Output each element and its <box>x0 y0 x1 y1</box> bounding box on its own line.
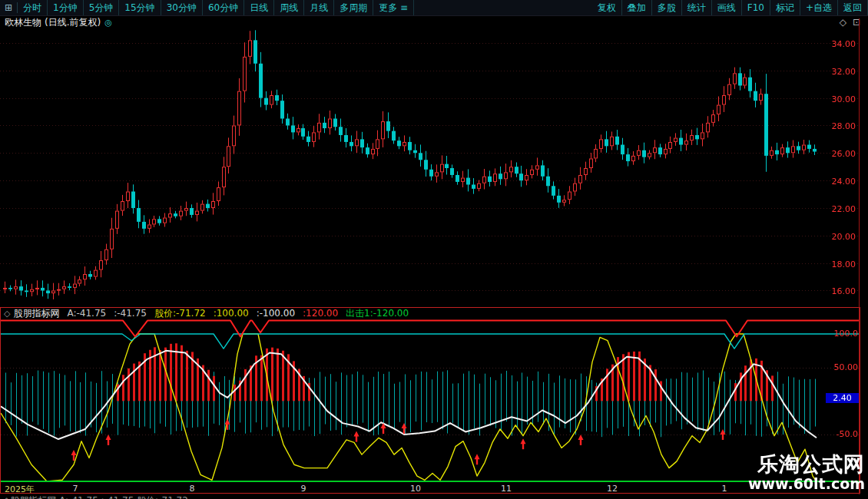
axis-month-9: 9 <box>301 484 306 494</box>
indicator-header-seg-7: 出击1:-120.00 <box>346 308 409 319</box>
indicator-axis-label-1: 50.00 <box>826 362 858 372</box>
chart-mode-label: (日线.前复权) <box>45 16 101 29</box>
indicator-axis-label-0: 100.0 <box>826 329 858 339</box>
menu-action-6[interactable]: 标记 <box>770 0 800 15</box>
axis-month-10: 10 <box>410 484 421 494</box>
menu-period-3[interactable]: 15分钟 <box>119 0 161 15</box>
menu-action-5[interactable]: F10 <box>742 0 770 15</box>
indicator-header-seg-1: A:-41.75 <box>67 308 106 319</box>
menu-period-9[interactable]: 多周期 <box>334 0 373 15</box>
grid-menu-icon[interactable]: ⊞ <box>0 2 18 13</box>
menu-action-1[interactable]: 叠加 <box>622 0 652 15</box>
title-bar-icons: ◇⊡ <box>840 15 860 29</box>
menu-action-7[interactable]: +自选 <box>800 0 838 15</box>
stock-title: 欧林生物 <box>5 16 41 29</box>
clipped-bottom-text: ◇股朋指标网 A:-41.75 :-41.75 股价:-71.72 <box>3 494 188 499</box>
menu-period-10[interactable]: 更多 ≡ <box>373 0 414 15</box>
menu-period-1[interactable]: 1分钟 <box>48 0 84 15</box>
watermark-url: www.60lt.com <box>714 475 865 492</box>
menu-period-0[interactable]: 分时 <box>18 0 48 15</box>
menu-action-0[interactable]: 复权 <box>592 0 622 15</box>
indicator-header-seg-2: :-41.75 <box>114 308 147 319</box>
title-bar: 欧林生物 (日线.前复权) ◎ ◇⊡ <box>0 15 868 29</box>
period-menu: 分时1分钟5分钟15分钟30分钟60分钟日线周线月线多周期更多 ≡ <box>18 0 414 15</box>
indicator-header-seg-6: :120.00 <box>303 308 338 319</box>
title-icon-0[interactable]: ◇ <box>840 17 846 28</box>
main-chart-canvas[interactable] <box>0 29 860 307</box>
top-toolbar: ⊞ 分时1分钟5分钟15分钟30分钟60分钟日线周线月线多周期更多 ≡ 复权叠加… <box>0 0 868 16</box>
diamond-icon: ◇ <box>4 309 10 319</box>
trading-app-window: ⊞ 分时1分钟5分钟15分钟30分钟60分钟日线周线月线多周期更多 ≡ 复权叠加… <box>0 0 868 499</box>
indicator-header-seg-3: 股价:-71.72 <box>154 308 206 319</box>
indicator-header[interactable]: ◇ 股朋指标网A:-41.75:-41.75股价:-71.72:100.00:-… <box>1 308 863 319</box>
indicator-header-seg-0: 股朋指标网 <box>13 308 59 319</box>
axis-month-11: 11 <box>501 484 512 494</box>
menu-period-2[interactable]: 5分钟 <box>84 0 120 15</box>
indicator-header-seg-4: :100.00 <box>214 308 249 319</box>
menu-period-6[interactable]: 日线 <box>244 0 274 15</box>
indicator-value-badge: 2.40 <box>826 393 859 403</box>
watermark-site-name: 乐淘公式网 <box>714 451 865 478</box>
menu-action-3[interactable]: 统计 <box>682 0 712 15</box>
axis-month-7: 7 <box>73 484 78 494</box>
axis-month-8: 8 <box>190 484 195 494</box>
menu-period-4[interactable]: 30分钟 <box>161 0 203 15</box>
menu-action-8[interactable]: 返回 <box>838 0 868 15</box>
menu-period-7[interactable]: 周线 <box>274 0 304 15</box>
clipped-bottom-row: ◇股朋指标网 A:-41.75 :-41.75 股价:-71.72 <box>0 494 868 499</box>
menu-action-2[interactable]: 多股 <box>652 0 682 15</box>
menu-period-8[interactable]: 月线 <box>304 0 334 15</box>
menu-period-5[interactable]: 60分钟 <box>203 0 244 15</box>
indicator-axis-label-2: -50.0 <box>826 429 858 439</box>
stock-badge-icon[interactable]: ◎ <box>104 18 112 28</box>
menu-action-4[interactable]: 画线 <box>712 0 742 15</box>
right-frame-line <box>859 18 860 494</box>
axis-month-12: 12 <box>607 484 618 494</box>
action-menu: 复权叠加多股统计画线F10标记+自选返回 <box>592 0 868 15</box>
indicator-header-seg-5: :-100.00 <box>257 308 295 319</box>
